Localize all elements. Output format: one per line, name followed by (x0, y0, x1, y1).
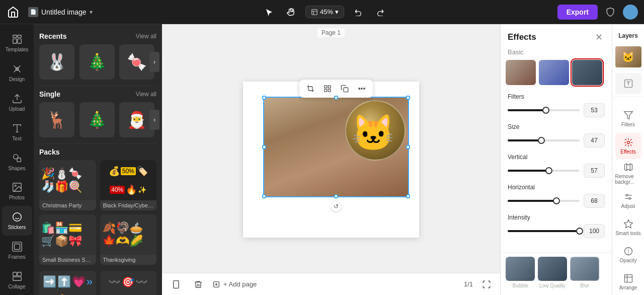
low-quality-filter-label: Low Quality (539, 283, 566, 288)
sidebar-item-shapes[interactable]: Shapes (2, 147, 32, 177)
size-slider-value[interactable]: 47 (584, 133, 605, 148)
vertical-slider-thumb[interactable] (545, 167, 552, 174)
single-sticker-0[interactable]: 🦌 (39, 102, 74, 137)
single-scroll-right[interactable]: › (149, 110, 159, 130)
pack-arrows[interactable]: ➡️ ⬆️ 💗 » 🔶 ★ (39, 271, 96, 295)
layer-item-cat[interactable]: 🐱 (613, 44, 643, 70)
pack-swirls[interactable]: 〰️🎯〰️ 💫✨💠 (100, 271, 157, 295)
image-container[interactable]: 🐱 ••• (263, 97, 409, 197)
resize-handle-tr[interactable] (406, 96, 410, 100)
vertical-slider-track[interactable] (508, 170, 580, 172)
intensity-slider-thumb[interactable] (576, 228, 583, 235)
resize-handle-bm[interactable] (334, 194, 338, 198)
user-avatar[interactable] (623, 5, 638, 20)
bubble-filter[interactable]: Bubble (506, 257, 535, 288)
cat-image-background: 🐱 (264, 98, 408, 196)
horizontal-slider-thumb[interactable] (553, 197, 560, 204)
crop-tool-button[interactable] (303, 82, 317, 96)
sidebar-item-photos[interactable]: Photos (2, 176, 32, 206)
recents-scroll-right[interactable]: › (149, 52, 159, 72)
sidebar-item-frames[interactable]: Frames (2, 236, 32, 265)
zoom-control[interactable]: 45% ▾ (305, 6, 344, 18)
sidebar-item-stickers[interactable]: Stickers (2, 206, 32, 236)
canvas-page[interactable]: 🐱 ••• (243, 82, 419, 238)
vertical-slider-value[interactable]: 57 (584, 164, 605, 178)
app-logo[interactable] (6, 5, 20, 19)
filters-slider-thumb[interactable] (542, 107, 549, 114)
select-tool-button[interactable] (261, 4, 277, 20)
intensity-slider-track[interactable] (508, 230, 580, 232)
filter-preview-2[interactable] (572, 60, 602, 87)
more-options-button[interactable]: ••• (355, 82, 369, 96)
pack-thanksgiving[interactable]: 🍂🦃🥧🍁🫶🌽 Thanksgiving (100, 214, 157, 265)
svg-point-34 (628, 198, 630, 199)
resize-handle-bl[interactable] (262, 194, 266, 198)
undo-button[interactable] (350, 4, 366, 20)
hand-tool-button[interactable] (283, 4, 299, 20)
layer-thumb-text (615, 73, 641, 94)
recents-view-all[interactable]: View all (136, 33, 156, 40)
export-button[interactable]: Export (557, 5, 598, 20)
right-tool-smart[interactable]: Smart tools (615, 214, 641, 241)
add-page-button[interactable]: + Add page (212, 280, 257, 288)
layer-item-text[interactable] (613, 71, 643, 97)
size-slider-thumb[interactable] (538, 137, 545, 144)
blur-filter[interactable]: Blur (570, 257, 599, 288)
resize-handle-tl[interactable] (262, 96, 266, 100)
sidebar-item-design[interactable]: Design (2, 58, 32, 88)
pack-blackfriday[interactable]: 💰50% 🏷️40% 🔥✨ Black Friday/Cyber M... (100, 160, 157, 210)
size-slider-label: Size (508, 123, 605, 130)
svg-point-9 (15, 185, 16, 187)
redo-button[interactable] (372, 4, 388, 20)
delete-button[interactable] (190, 276, 206, 292)
sidebar-label-upload: Upload (9, 106, 25, 112)
right-tool-opacity[interactable]: Opacity (615, 242, 641, 268)
recent-sticker-0[interactable]: 🐰 (39, 44, 74, 80)
horizontal-slider-value[interactable]: 68 (584, 194, 605, 208)
filter-preview-0[interactable] (506, 60, 536, 87)
document-title: Untitled image (41, 8, 87, 16)
grid-tool-button[interactable] (320, 82, 335, 96)
vertical-slider-fill (508, 170, 549, 172)
single-sticker-1[interactable]: 🎄 (79, 102, 115, 137)
effects-close-button[interactable]: ✕ (593, 31, 605, 43)
rotate-handle[interactable]: ↺ (331, 201, 341, 211)
right-tool-filters[interactable]: Filters (615, 106, 641, 132)
filter-preview-1[interactable] (539, 60, 569, 87)
shield-icon[interactable] (603, 5, 618, 20)
low-quality-filter[interactable]: Low Quality (538, 257, 567, 288)
resize-handle-tm[interactable] (334, 96, 338, 100)
layer-thumb-cat: 🐱 (615, 46, 641, 67)
document-title-area[interactable]: 📄 Untitled image ▾ (28, 7, 93, 17)
copy-tool-button[interactable] (338, 82, 352, 96)
filters-slider-track[interactable] (508, 109, 580, 111)
bottom-filter-row: Bubble Low Quality Blur (506, 257, 607, 288)
size-slider-track[interactable] (508, 139, 580, 141)
svg-point-28 (627, 141, 629, 144)
right-tool-effects[interactable]: Effects (615, 133, 641, 159)
fullscreen-button[interactable] (479, 277, 494, 292)
right-tool-arrange[interactable]: Arrange (615, 269, 641, 295)
resize-handle-mr[interactable] (406, 145, 410, 149)
recent-sticker-1[interactable]: 🎄 (79, 44, 115, 80)
svg-rect-17 (328, 86, 331, 88)
single-view-all[interactable]: View all (136, 91, 156, 98)
right-tool-adjust[interactable]: Adjust (615, 187, 641, 213)
pack-christmas[interactable]: 🎉⛄🍬🧦🎁🍭 Christmas Party (39, 160, 96, 210)
sidebar-item-templates[interactable]: Templates (2, 28, 32, 58)
pack-smallbiz[interactable]: 🛍️🏪💳🛒📦🎀 Small Business Satur... (39, 214, 96, 265)
sidebar-item-upload[interactable]: Upload (2, 88, 32, 117)
sidebar-item-collage[interactable]: Collage (2, 265, 32, 295)
resize-handle-ml[interactable] (262, 145, 266, 149)
single-section: Single View all 🦌 🎄 🎅 › (34, 90, 162, 143)
right-tool-remove-bg[interactable]: Remove backgr... (615, 160, 641, 186)
title-chevron[interactable]: ▾ (90, 9, 93, 16)
filters-slider-value[interactable]: 53 (584, 103, 605, 117)
sidebar-item-text[interactable]: Text (2, 117, 32, 147)
resize-handle-br[interactable] (406, 194, 410, 198)
horizontal-slider-track[interactable] (508, 200, 580, 202)
pack-blackfriday-thumb: 💰50% 🏷️40% 🔥✨ (100, 160, 157, 200)
save-to-device-button[interactable] (168, 276, 184, 292)
svg-rect-18 (325, 89, 327, 92)
intensity-slider-value[interactable]: 100 (584, 224, 605, 238)
